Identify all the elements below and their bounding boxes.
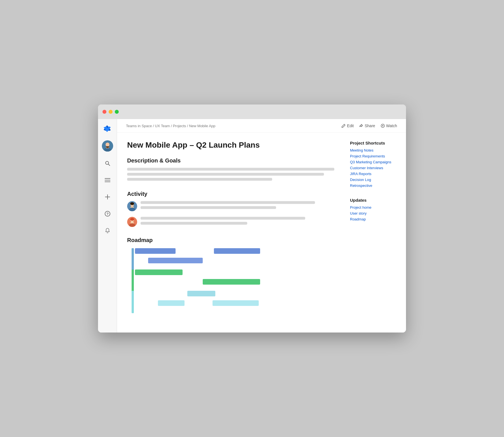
link-project-requirements[interactable]: Project Requirements [350,154,400,158]
share-icon [359,124,363,128]
link-project-home[interactable]: Project home [350,205,400,210]
activity-item-1 [127,201,334,211]
link-meeting-notes[interactable]: Meeting Notes [350,148,400,152]
svg-point-1 [106,143,109,147]
help-icon[interactable]: ? [102,209,113,219]
activity-heading: Activity [127,191,334,197]
notification-icon[interactable] [102,226,113,236]
roadmap-row-6 [127,299,334,307]
link-roadmap[interactable]: Roadmap [350,217,400,221]
roadmap-row-1 [127,247,334,255]
content-area: New Mobile App – Q2 Launch Plans Descrip… [117,133,406,333]
user-avatar[interactable] [102,140,113,152]
roadmap-bar-6a [158,300,185,306]
titlebar [98,104,406,119]
minimize-button[interactable] [109,110,113,114]
svg-text:?: ? [106,212,109,216]
main-content: Teams in Space / UX Team / Projects / Ne… [117,119,406,333]
app-window: ? Teams in Space / UX Team / Projects / … [98,104,406,333]
confluence-logo[interactable] [102,124,113,134]
roadmap-chart [127,247,334,315]
roadmap-section: Roadmap [127,237,334,315]
page-title: New Mobile App – Q2 Launch Plans [127,141,334,150]
svg-point-15 [382,125,383,126]
svg-point-20 [130,202,134,205]
description-heading: Description & Goals [127,157,334,164]
svg-line-6 [108,164,110,166]
activity-lines-2 [141,217,334,227]
roadmap-bar-5 [187,291,215,296]
roadmap-heading: Roadmap [127,237,334,243]
updates-heading: Updates [350,198,400,203]
search-icon[interactable] [102,158,113,168]
link-decision-log[interactable]: Decision Log [350,178,400,182]
desc-line-3 [127,178,272,181]
roadmap-row-2 [127,257,334,264]
desc-line-1 [127,168,334,171]
edit-button[interactable]: Edit [342,124,354,128]
topbar: Teams in Space / UX Team / Projects / Ne… [117,119,406,133]
app-body: ? Teams in Space / UX Team / Projects / … [98,119,406,333]
maximize-button[interactable] [115,110,119,114]
edit-icon [342,124,346,128]
menu-icon[interactable] [102,175,113,185]
sidebar: ? [98,119,117,333]
roadmap-bar-1a [135,248,176,254]
watch-button[interactable]: Watch [381,124,397,128]
link-user-story[interactable]: User story [350,211,400,215]
svg-point-4 [106,146,109,148]
activity-avatar-2 [127,217,137,227]
svg-point-25 [130,218,134,221]
share-button[interactable]: Share [359,124,375,128]
page-main: New Mobile App – Q2 Launch Plans Descrip… [117,133,344,333]
roadmap-bar-2 [148,258,203,263]
link-q3-marketing[interactable]: Q3 Marketing Campaigns [350,160,400,164]
roadmap-row-4 [127,278,334,285]
link-jira-reports[interactable]: JIRA Reports [350,172,400,176]
watch-icon [381,124,385,128]
description-section: Description & Goals [127,157,334,181]
topbar-actions: Edit Share Watch [342,124,397,128]
roadmap-bar-4 [203,279,260,285]
close-button[interactable] [102,110,106,114]
roadmap-bar-3a [135,269,183,275]
desc-line-2 [127,173,324,176]
roadmap-bar-6b [213,300,259,306]
updates-section: Updates Project home User story Roadmap [350,198,400,221]
link-customer-interviews[interactable]: Customer Interviews [350,166,400,170]
link-retrospective[interactable]: Retrospective [350,183,400,188]
activity-section: Activity [127,191,334,227]
add-icon[interactable] [102,192,113,202]
activity-avatar-1 [127,201,137,211]
activity-lines-1 [141,201,334,211]
roadmap-row-5 [127,290,334,297]
activity-item-2 [127,217,334,227]
project-shortcuts-section: Project Shortcuts Meeting Notes Project … [350,141,400,188]
page-sidebar: Project Shortcuts Meeting Notes Project … [344,133,406,333]
project-shortcuts-heading: Project Shortcuts [350,141,400,145]
breadcrumb: Teams in Space / UX Team / Projects / Ne… [126,124,215,128]
roadmap-bar-1b [214,248,260,254]
roadmap-row-3 [127,269,334,276]
